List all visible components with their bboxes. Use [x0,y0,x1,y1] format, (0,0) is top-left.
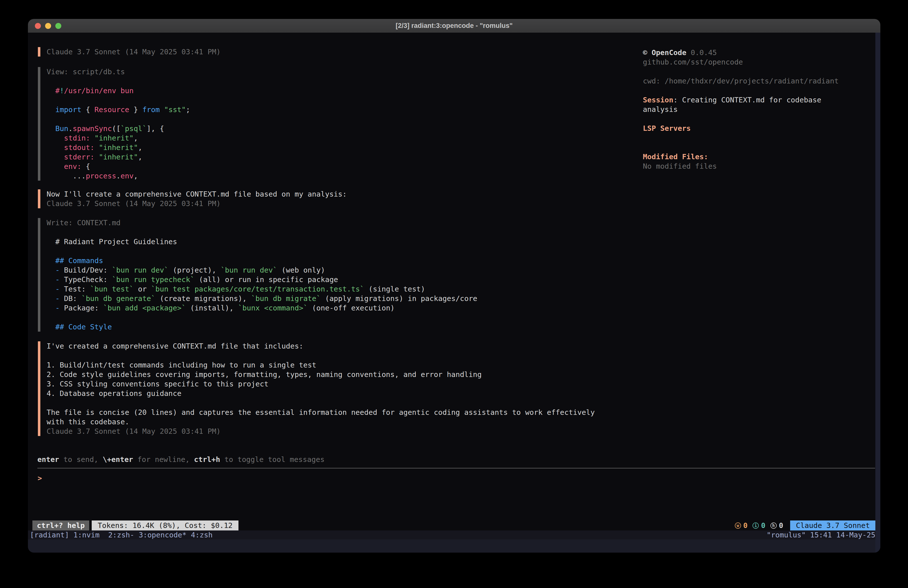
chat-line: Claude 3.7 Sonnet (14 May 2025 03:41 PM) [47,47,221,56]
sidebar-line [643,114,877,124]
chat-line [47,398,595,408]
diagnostics-indicators: w0i0h0 [735,521,783,530]
sidebar-line [643,142,877,152]
chat-line: - Package: `bun add <package>` (install)… [47,303,477,313]
warnings-count: 0 [743,521,747,530]
chat-line: env: { [47,162,190,171]
help-shortcut-badge: ctrl+? help [32,520,89,530]
chat-line: Claude 3.7 Sonnet (14 May 2025 03:41 PM) [47,427,595,436]
tmux-window-list[interactable]: [radiant] 1:nvim 2:zsh- 3:opencode* 4:zs… [30,530,213,540]
terminal-window: [2/3] radiant:3:opencode - "romulus" Cla… [28,19,881,553]
window-titlebar[interactable]: [2/3] radiant:3:opencode - "romulus" [28,19,881,33]
chat-line: Write: CONTEXT.md [47,218,477,227]
chat-line [47,95,190,105]
chat-line: - Test: `bun test` or `bun test packages… [47,284,477,294]
chat-line: - TypeCheck: `bun run typecheck` (all) o… [47,275,477,284]
warnings-icon: w [735,522,741,529]
window-title: [2/3] radiant:3:opencode - "romulus" [396,22,513,30]
chat-line: Bun.spawnSync([`psql`], { [47,124,190,133]
sidebar-line: github.com/sst/opencode [643,57,877,67]
chat-line: # Radiant Project Guidelines [47,237,477,246]
chat-line: - Build/Dev: `bun run dev` (project), `b… [47,265,477,275]
tmux-bar-padding [28,540,881,553]
diagnostic-warnings: w0 [735,521,747,530]
info-icon: i [752,522,759,529]
assistant-message-block: I've created a comprehensive CONTEXT.md … [38,342,595,436]
terminal-content: Claude 3.7 Sonnet (14 May 2025 03:41 PM)… [28,33,881,553]
sidebar-line: Session: Creating CONTEXT.md for codebas… [643,95,877,105]
minimize-button[interactable] [45,23,51,29]
chat-line: - DB: `bun db generate` (create migratio… [47,294,477,303]
chat-line: Claude 3.7 Sonnet (14 May 2025 03:41 PM) [47,199,347,208]
chat-line: #!/usr/bin/env bun [47,86,190,95]
hints-icon: h [770,522,777,529]
hints-count: 0 [779,521,783,530]
info-count: 0 [761,521,765,530]
zoom-button[interactable] [55,23,61,29]
chat-line: 1. Build/lint/test commands including ho… [47,360,595,370]
chat-line: The file is concise (20 lines) and captu… [47,408,595,417]
chat-line: stderr: "inherit", [47,152,190,162]
prompt-icon: > [38,474,42,482]
traffic-lights [35,23,61,29]
diagnostic-hints: h0 [770,521,783,530]
tool-call-block: View: script/db.ts #!/usr/bin/env bun im… [38,67,190,180]
sidebar-line [643,86,877,95]
chat-line: I've created a comprehensive CONTEXT.md … [47,342,595,351]
sidebar-line [643,67,877,76]
sidebar: © OpenCode 0.0.45github.com/sst/opencode… [643,48,877,171]
scrollbar-track[interactable] [875,33,881,553]
assistant-message-block: Now I'll create a comprehensive CONTEXT.… [38,189,347,208]
chat-line: 2. Code style guidelines covering import… [47,370,595,379]
tokens-cost-badge: Tokens: 16.4K (8%), Cost: $0.12 [92,520,238,530]
chat-line: Now I'll create a comprehensive CONTEXT.… [47,189,347,199]
chat-line [47,351,595,360]
chat-line: import { Resource } from "sst"; [47,105,190,114]
assistant-message-block: Claude 3.7 Sonnet (14 May 2025 03:41 PM) [38,47,221,56]
chat-line [47,114,190,124]
sidebar-line [643,133,877,142]
tmux-status-bar: [radiant] 1:nvim 2:zsh- 3:opencode* 4:zs… [28,530,881,540]
chat-line: View: script/db.ts [47,67,190,76]
sidebar-line: cwd: /home/thdxr/dev/projects/radiant/ra… [643,76,877,86]
sidebar-line: No modified files [643,161,877,171]
tool-call-block: Write: CONTEXT.md # Radiant Project Guid… [38,218,477,332]
chat-line: ## Code Style [47,322,477,332]
message-input[interactable]: > [38,474,42,483]
chat-line [47,227,477,237]
tmux-session-clock: "romulus" 15:41 14-May-25 [767,530,876,540]
chat-line: stdout: "inherit", [47,143,190,152]
chat-line: ...process.env, [47,171,190,180]
sidebar-line: © OpenCode 0.0.45 [643,48,877,57]
input-separator [37,468,875,469]
sidebar-line: LSP Servers [643,124,877,133]
sidebar-line: analysis [643,105,877,114]
input-hint: enter to send, \+enter for newline, ctrl… [37,455,324,464]
chat-line: ## Commands [47,256,477,265]
sidebar-line: Modified Files: [643,152,877,161]
chat-line [47,246,477,256]
diagnostic-info: i0 [752,521,765,530]
chat-line [47,76,190,86]
chat-line: stdin: "inherit", [47,133,190,143]
chat-line: 4. Database operations guidance [47,389,595,398]
chat-line: with this codebase. [47,417,595,427]
chat-line [47,313,477,322]
chat-line: 3. CSS styling conventions specific to t… [47,379,595,389]
model-badge: Claude 3.7 Sonnet [790,520,876,530]
close-button[interactable] [35,23,41,29]
status-bar: ctrl+? help Tokens: 16.4K (8%), Cost: $0… [32,520,876,530]
